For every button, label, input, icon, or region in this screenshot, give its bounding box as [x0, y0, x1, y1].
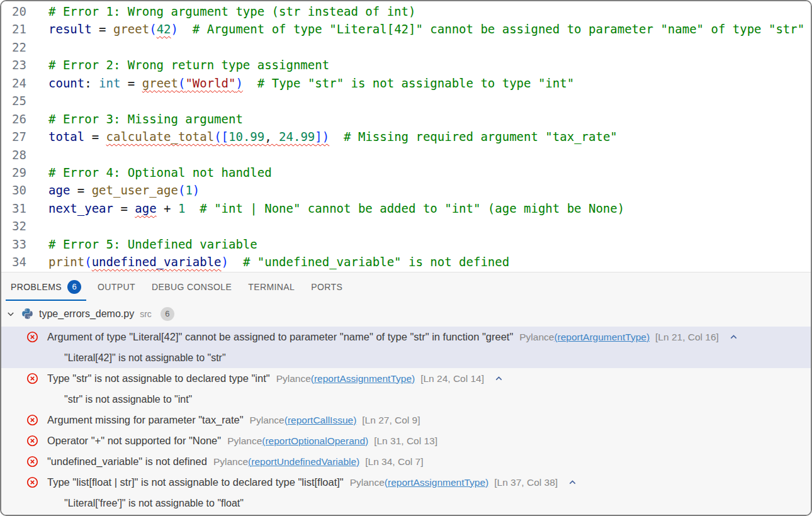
problem-message: Argument of type "Literal[42]" cannot be… — [47, 331, 513, 343]
problem-message: Operator "+" not supported for "None" — [47, 435, 221, 447]
problem-row[interactable]: Argument of type "Literal[42]" cannot be… — [1, 327, 811, 347]
code-line[interactable]: 31next_year = age + 1 # "int | None" can… — [1, 199, 811, 217]
code-line[interactable]: 25 — [1, 92, 811, 109]
code-token: greet — [142, 76, 178, 90]
code-token: : — [84, 76, 99, 90]
code-line[interactable]: 27total = calculate_total([10.99, 24.99]… — [1, 128, 811, 145]
problem-row[interactable]: Type "str" is not assignable to declared… — [1, 368, 811, 389]
problems-file-group-row[interactable]: type_errors_demo.py src 6 — [1, 301, 811, 327]
code-token: undefined_variable — [92, 255, 222, 269]
line-number: 25 — [1, 92, 26, 109]
code-token: ) — [193, 183, 200, 197]
code-token: ( — [84, 255, 91, 269]
chevron-up-icon[interactable] — [494, 374, 504, 383]
code-line[interactable]: 26# Error 3: Missing argument — [1, 110, 811, 128]
editor-lines: 20# Error 1: Wrong argument type (str in… — [1, 3, 811, 271]
code-token: = — [70, 183, 91, 197]
code-token: # Error 3: Missing argument — [48, 112, 243, 126]
error-squiggle: calculate_total([10.99, 24.99]) — [106, 130, 330, 143]
problem-source: Pylance(reportUndefinedVariable) — [213, 456, 359, 468]
tab-terminal[interactable]: TERMINAL — [240, 272, 303, 301]
code-editor[interactable]: 20# Error 1: Wrong argument type (str in… — [1, 1, 811, 272]
error-icon — [26, 331, 38, 343]
code-line[interactable]: 34print(undefined_variable) # "undefined… — [1, 253, 811, 271]
code-token: # Error 1: Wrong argument type (str inst… — [48, 4, 415, 18]
code-line[interactable]: 30age = get_user_age(1) — [1, 181, 811, 199]
tab-ports[interactable]: PORTS — [303, 272, 351, 301]
error-squiggle: age — [135, 201, 156, 215]
error-squiggle: 42 — [157, 22, 171, 36]
problem-code-link[interactable]: (reportAssignmentType) — [311, 373, 415, 384]
problem-position: [Ln 34, Col 7] — [365, 456, 423, 468]
line-number: 28 — [1, 146, 26, 164]
line-number: 29 — [1, 164, 26, 181]
code-line[interactable]: 28 — [1, 146, 811, 164]
line-number: 24 — [1, 74, 26, 92]
problems-count-badge: 6 — [67, 280, 81, 294]
code-line[interactable]: 29# Error 4: Optional not handled — [1, 164, 811, 181]
error-icon — [26, 456, 38, 468]
code-token: ( — [178, 183, 185, 197]
problem-code-link[interactable]: (reportArgumentType) — [554, 332, 650, 342]
code-token: age — [135, 201, 156, 215]
tab-problems[interactable]: PROBLEMS6 — [3, 272, 89, 301]
file-problem-count-badge: 6 — [161, 307, 174, 321]
code-text: # Error 1: Wrong argument type (str inst… — [48, 3, 415, 20]
code-line[interactable]: 33# Error 5: Undefined variable — [1, 235, 811, 253]
chevron-up-icon[interactable] — [568, 478, 577, 487]
chevron-down-icon[interactable] — [6, 309, 16, 319]
code-text: next_year = age + 1 # "int | None" canno… — [48, 199, 624, 217]
code-text: # Error 3: Missing argument — [48, 110, 243, 128]
code-token: 10.99 — [228, 130, 264, 143]
problem-code-link[interactable]: (reportOptionalOperand) — [262, 435, 368, 446]
code-line[interactable]: 23# Error 2: Wrong return type assignmen… — [1, 56, 811, 74]
problem-row[interactable]: Argument missing for parameter "tax_rate… — [1, 410, 811, 430]
problem-row[interactable]: "undefined_variable" is not definedPylan… — [1, 451, 811, 472]
code-text: # Error 2: Wrong return type assignment — [48, 56, 329, 74]
problem-row[interactable]: Operator "+" not supported for "None"Pyl… — [1, 430, 811, 451]
line-number: 27 — [1, 128, 26, 145]
code-line[interactable]: 32 — [1, 217, 811, 235]
code-line[interactable]: 21result = greet(42) # Argument of type … — [1, 20, 811, 38]
code-token: # Argument of type "Literal[42]" cannot … — [178, 22, 804, 36]
python-icon — [21, 308, 33, 320]
code-line[interactable]: 20# Error 1: Wrong argument type (str in… — [1, 3, 811, 20]
problem-source: Pylance(reportOptionalOperand) — [227, 435, 368, 447]
code-token: # "undefined_variable" is not defined — [228, 255, 509, 269]
code-text: age = get_user_age(1) — [48, 181, 200, 199]
code-token: result — [48, 22, 92, 36]
problem-position: [Ln 24, Col 14] — [420, 373, 484, 384]
code-text: count: int = greet("World") # Type "str"… — [48, 74, 574, 92]
tab-label: PORTS — [311, 282, 342, 292]
code-token: count — [48, 76, 84, 90]
code-token: = — [92, 22, 113, 36]
problem-row[interactable]: Type "list[float | str]" is not assignab… — [1, 472, 811, 493]
problem-related-row[interactable]: "Literal['free']" is not assignable to "… — [1, 493, 811, 513]
tab-label: PROBLEMS — [11, 282, 62, 292]
code-line[interactable]: 24count: int = greet("World") # Type "st… — [1, 74, 811, 92]
error-icon — [26, 373, 38, 384]
code-token: , — [264, 130, 279, 143]
code-token: = — [84, 130, 106, 143]
problem-related-row[interactable]: "Literal[42]" is not assignable to "str" — [1, 347, 811, 368]
problem-code-link[interactable]: (reportCallIssue) — [285, 415, 357, 425]
code-token: 1 — [178, 201, 185, 215]
problem-message: Type "str" is not assignable to declared… — [47, 373, 270, 384]
tab-debug-console[interactable]: DEBUG CONSOLE — [144, 272, 240, 301]
problem-source: Pylance(reportAssignmentType) — [350, 477, 489, 488]
problem-related-row[interactable]: "str" is not assignable to "int" — [1, 389, 811, 410]
tab-output[interactable]: OUTPUT — [89, 272, 144, 301]
code-token: ) — [171, 22, 178, 36]
problem-code-link[interactable]: (reportAssignmentType) — [385, 477, 488, 488]
code-token: "World" — [185, 76, 235, 90]
code-token: + — [157, 201, 178, 215]
code-token: greet — [113, 22, 149, 36]
code-token: # Missing required argument "tax_rate" — [329, 130, 617, 143]
file-name: type_errors_demo.py — [39, 308, 134, 320]
chevron-up-icon[interactable] — [729, 332, 738, 342]
problem-code-link[interactable]: (reportUndefinedVariable) — [248, 456, 359, 467]
error-icon — [26, 414, 38, 426]
tab-label: TERMINAL — [248, 282, 295, 292]
problem-source: Pylance(reportArgumentType) — [519, 332, 650, 343]
code-line[interactable]: 22 — [1, 38, 811, 56]
